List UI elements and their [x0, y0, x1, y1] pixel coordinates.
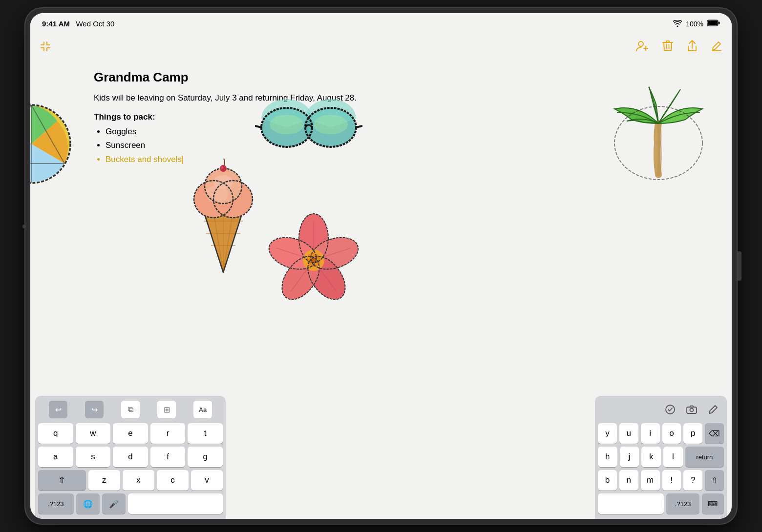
status-right: 100% [673, 20, 720, 28]
key-e[interactable]: e [113, 423, 148, 444]
wifi-icon [673, 20, 682, 28]
globe-key[interactable]: 🌐 [76, 493, 100, 514]
pencil-button[interactable] [704, 401, 722, 418]
palm-tree-sticker [610, 84, 707, 184]
beach-ball-sticker [30, 99, 77, 191]
table-button[interactable]: ⊞ [157, 401, 176, 418]
kb-row-1: q w e r t [38, 423, 223, 444]
key-d[interactable]: d [113, 447, 148, 467]
key-m[interactable]: m [641, 470, 660, 491]
keyboard-left: ↩ ↪ ⧉ ⊞ Aa q w e r t [35, 396, 226, 519]
text-cursor [182, 156, 183, 164]
key-t[interactable]: t [188, 423, 223, 444]
trash-icon[interactable] [662, 40, 673, 55]
key-o[interactable]: o [662, 423, 681, 444]
key-i[interactable]: i [641, 423, 660, 444]
keyboard-right: y u i o p ⌫ h j k l return [595, 396, 727, 519]
ipad-screen: 9:41 AM Wed Oct 30 100% [30, 13, 732, 519]
note-title: Grandma Camp [94, 70, 712, 85]
kb-row-2: a s d f g [38, 447, 223, 467]
checkmark-button[interactable] [661, 401, 679, 418]
collapse-icon[interactable] [40, 41, 51, 54]
toolbar [30, 35, 732, 60]
key-x[interactable]: x [123, 470, 154, 491]
format-button[interactable]: Aa [193, 401, 212, 418]
redo-button[interactable]: ↪ [85, 401, 104, 418]
kb-row-3: ⇧ z x c v [38, 470, 223, 491]
battery-icon [707, 20, 720, 28]
share-icon[interactable] [687, 40, 698, 55]
kb-row-r2: h j k l return [598, 447, 724, 467]
numbers-key[interactable]: .?123 [38, 493, 74, 514]
space-key-left[interactable] [128, 493, 223, 514]
key-q[interactable]: q [38, 423, 73, 444]
numbers-key-right[interactable]: .?123 [666, 493, 699, 514]
key-w[interactable]: w [76, 423, 111, 444]
svg-point-56 [690, 409, 694, 412]
key-l[interactable]: l [663, 447, 683, 467]
keyboard-toolbar-left: ↩ ↪ ⧉ ⊞ Aa [38, 400, 223, 419]
key-exclaim[interactable]: ! [662, 470, 681, 491]
toolbar-right [636, 40, 722, 55]
battery-percent: 100% [686, 20, 703, 28]
hibiscus-sticker [265, 211, 362, 311]
key-b[interactable]: b [598, 470, 617, 491]
key-p[interactable]: p [683, 423, 702, 444]
shift-key-right[interactable]: ⇧ [705, 470, 724, 491]
key-c[interactable]: c [157, 470, 189, 491]
status-left: 9:41 AM Wed Oct 30 [42, 20, 114, 28]
key-question[interactable]: ? [683, 470, 702, 491]
kb-row-r1: y u i o p ⌫ [598, 423, 724, 444]
svg-point-54 [666, 405, 675, 414]
key-n[interactable]: n [619, 470, 638, 491]
undo-button[interactable]: ↩ [49, 401, 67, 418]
toolbar-left [40, 41, 51, 54]
clipboard-button[interactable]: ⧉ [121, 401, 140, 418]
key-j[interactable]: j [620, 447, 639, 467]
key-y[interactable]: y [598, 423, 617, 444]
key-f[interactable]: f [150, 447, 186, 467]
svg-point-35 [221, 166, 224, 169]
ipad-frame: 9:41 AM Wed Oct 30 100% [24, 7, 738, 525]
keyboard-rows-right: y u i o p ⌫ h j k l return [598, 423, 724, 514]
svg-point-14 [314, 115, 348, 134]
camera-button[interactable] [683, 401, 700, 418]
mic-key[interactable]: 🎤 [102, 493, 126, 514]
sunglasses-sticker [255, 99, 362, 155]
svg-rect-1 [708, 20, 718, 25]
svg-point-3 [638, 41, 643, 46]
edit-note-icon[interactable] [711, 41, 722, 54]
kb-row-r3: b n m ! ? ⇧ [598, 470, 724, 491]
key-a[interactable]: a [38, 447, 73, 467]
kb-row-bottom: .?123 🌐 🎤 [38, 493, 223, 514]
key-v[interactable]: v [191, 470, 223, 491]
ice-cream-sticker [187, 158, 260, 277]
key-u[interactable]: u [619, 423, 638, 444]
svg-point-30 [213, 175, 233, 189]
key-z[interactable]: z [88, 470, 120, 491]
keyboard-rows-left: q w e r t a s d f g [38, 423, 223, 514]
status-bar: 9:41 AM Wed Oct 30 100% [30, 13, 732, 35]
status-time: 9:41 AM [42, 20, 70, 28]
svg-rect-2 [719, 22, 720, 24]
keyboards-container: ↩ ↪ ⧉ ⊞ Aa q w e r t [30, 377, 732, 519]
key-g[interactable]: g [188, 447, 223, 467]
add-collaborator-icon[interactable] [636, 41, 649, 54]
backspace-key[interactable]: ⌫ [705, 423, 724, 444]
keyboard-toolbar-right [598, 400, 724, 419]
key-s[interactable]: s [76, 447, 111, 467]
status-date: Wed Oct 30 [76, 20, 114, 28]
key-h[interactable]: h [598, 447, 617, 467]
shift-key-left[interactable]: ⇧ [38, 470, 86, 491]
svg-line-17 [255, 126, 261, 127]
left-sensor [22, 225, 26, 228]
key-k[interactable]: k [641, 447, 661, 467]
key-r[interactable]: r [150, 423, 186, 444]
svg-line-18 [356, 126, 362, 127]
svg-point-34 [220, 165, 227, 172]
keyboard-hide-key[interactable]: ⌨ [702, 493, 724, 514]
space-key-right[interactable] [598, 493, 664, 514]
side-button[interactable] [738, 251, 741, 281]
return-key[interactable]: return [685, 447, 724, 467]
kb-row-r-bottom: .?123 ⌨ [598, 493, 724, 514]
